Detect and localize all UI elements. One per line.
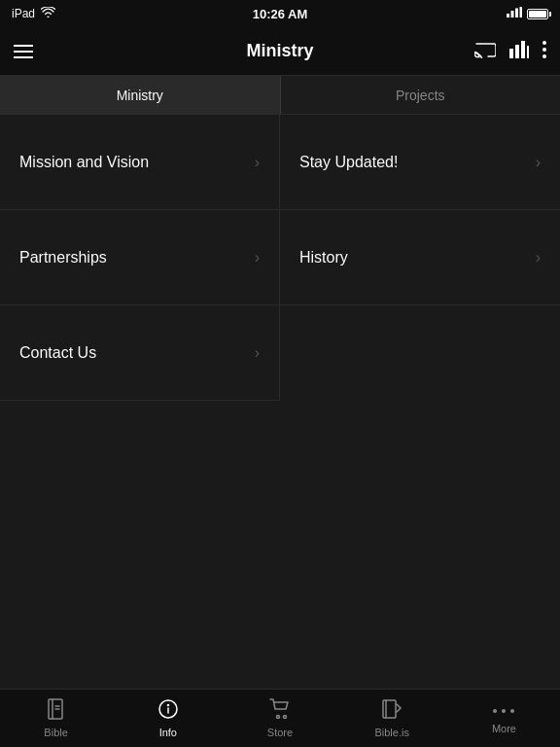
tab-store[interactable]: Store [224, 698, 335, 738]
nav-title: Ministry [246, 41, 313, 61]
segment-ministry[interactable]: Ministry [0, 76, 280, 114]
segment-control: Ministry Projects [0, 76, 560, 115]
tab-more[interactable]: More [448, 702, 560, 734]
hamburger-menu-icon[interactable] [14, 45, 33, 58]
chevron-icon: › [536, 249, 541, 267]
menu-item-contact[interactable]: Contact Us › [0, 305, 279, 401]
status-bar-left: iPad [12, 7, 55, 20]
tab-bible-label: Bible [44, 727, 67, 738]
svg-rect-6 [521, 41, 525, 58]
tab-bible[interactable]: Bible [0, 698, 112, 738]
chevron-icon: › [255, 344, 260, 362]
svg-point-10 [542, 54, 546, 58]
right-column: Stay Updated! › History › [280, 115, 560, 401]
chevron-icon: › [255, 249, 260, 267]
signal-bars-icon [507, 7, 522, 20]
status-bar: iPad 10:26 AM [0, 0, 560, 27]
tab-info-label: Info [159, 727, 177, 738]
analytics-icon[interactable] [509, 41, 529, 62]
svg-rect-4 [509, 49, 513, 58]
menu-item-stay-updated[interactable]: Stay Updated! › [280, 115, 560, 210]
bible-is-icon [381, 698, 402, 724]
svg-point-19 [502, 709, 506, 713]
chevron-icon: › [536, 154, 541, 171]
tab-info[interactable]: Info [112, 698, 224, 738]
nav-left [14, 45, 33, 58]
svg-point-18 [493, 709, 497, 713]
status-bar-time: 10:26 AM [253, 7, 308, 21]
status-bar-right [507, 7, 548, 20]
svg-point-16 [284, 716, 287, 719]
battery-icon [527, 9, 548, 19]
cast-icon[interactable] [474, 41, 496, 62]
tab-bible-is[interactable]: Bible.is [336, 698, 448, 738]
wifi-icon [41, 7, 55, 20]
tab-store-label: Store [267, 727, 293, 738]
svg-point-8 [542, 41, 546, 45]
tab-bible-is-label: Bible.is [374, 727, 408, 738]
bible-icon [47, 698, 66, 724]
overflow-icon[interactable] [542, 41, 546, 62]
svg-point-9 [542, 48, 546, 52]
svg-point-15 [277, 716, 280, 719]
left-column: Mission and Vision › Partnerships › Cont… [0, 115, 280, 401]
empty-cell [280, 305, 560, 401]
menu-item-history[interactable]: History › [280, 210, 560, 305]
chevron-icon: › [255, 154, 260, 171]
svg-point-14 [167, 705, 168, 706]
svg-rect-5 [515, 45, 519, 58]
device-label: iPad [12, 7, 35, 20]
info-icon [158, 698, 179, 724]
tab-bar: Bible Info Store [0, 689, 560, 747]
more-dots-icon [493, 702, 514, 720]
svg-rect-0 [507, 14, 509, 18]
nav-bar: Ministry [0, 27, 560, 76]
svg-rect-7 [527, 46, 529, 58]
svg-rect-17 [383, 700, 396, 718]
tab-more-label: More [492, 723, 516, 734]
menu-item-partnerships[interactable]: Partnerships › [0, 210, 279, 305]
svg-rect-3 [520, 7, 523, 18]
content-grid: Mission and Vision › Partnerships › Cont… [0, 115, 560, 401]
menu-item-mission[interactable]: Mission and Vision › [0, 115, 279, 210]
nav-right [474, 41, 546, 62]
svg-rect-2 [515, 9, 518, 18]
segment-projects[interactable]: Projects [281, 76, 561, 114]
store-icon [269, 698, 291, 724]
svg-rect-1 [511, 11, 514, 18]
svg-point-20 [510, 709, 514, 713]
